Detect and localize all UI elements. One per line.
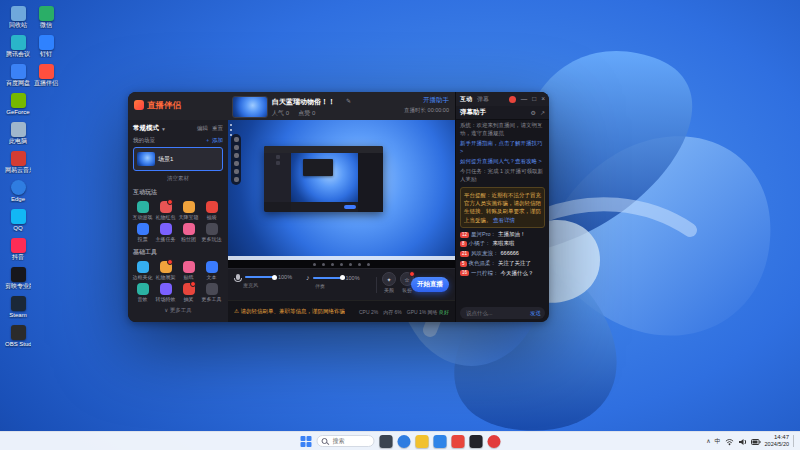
tool-icon [183,201,195,213]
guide-link[interactable]: 新手开播指南，点击了解开播技巧 > [460,140,545,156]
maximize-button[interactable]: □ [532,96,536,103]
add-scene-button[interactable]: ＋ 添加 [205,137,223,144]
chat-message-list[interactable]: 系统：欢迎来到直播间，请文明互动，遵守直播规范 新手开播指南，点击了解开播技巧 … [456,119,549,304]
tool-item[interactable]: 抽奖 [177,283,200,302]
scene-item[interactable]: 场景1 [133,147,223,171]
start-button[interactable] [300,435,312,447]
recursive-left-panel [264,153,291,202]
desktop-icon[interactable]: 此电脑 [5,122,31,145]
chat-username[interactable]: 风吹麦浪 [471,250,499,258]
tool-item[interactable]: 投票 [131,223,154,242]
chat-username[interactable]: 一只柠檬 [471,270,499,278]
chat-username[interactable]: 星河Pro [471,231,496,239]
activity-icon[interactable] [509,96,516,103]
desktop-icon[interactable]: 抖音 [5,238,31,261]
close-button[interactable]: × [541,96,545,103]
taskbar-app-jianying[interactable] [470,435,483,448]
chat-input-bar: 发送 [460,307,545,319]
battery-icon[interactable] [751,432,761,450]
desktop-icon[interactable]: 腾讯会议 [5,35,31,58]
tray-date: 2024/5/20 [765,441,789,447]
desktop-icon[interactable]: 回收站 [5,6,31,29]
desktop-icon[interactable]: Steam [5,296,31,319]
desktop-icon[interactable]: Edge [5,180,31,203]
tool-icon [137,223,149,235]
live-preview[interactable] [228,120,455,260]
tool-item[interactable]: 贴纸 [177,261,200,280]
show-desktop-button[interactable] [793,435,797,447]
desktop-icon[interactable]: OBS Studio [5,325,31,348]
chat-username[interactable]: 小橘子 [469,240,491,248]
chat-input[interactable] [464,309,527,317]
taskbar-app-store[interactable] [434,435,447,448]
send-button[interactable]: 发送 [530,310,541,317]
desktop-icon[interactable]: 微信 [33,6,59,29]
app-statusbar: ⚠ 请勿轻信刷单、兼职等信息，谨防网络诈骗 CPU 2% 内存 6% GPU 1… [228,300,455,322]
minimize-button[interactable]: — [521,96,528,103]
tool-item[interactable]: 主播任务 [154,223,177,242]
bgm-slider-knob[interactable] [340,275,345,280]
popout-icon[interactable]: ↗ [540,109,545,116]
source-game-icon[interactable] [234,153,239,158]
tool-item[interactable]: 文本 [200,261,223,280]
reset-link[interactable]: 重置 [212,125,223,132]
tool-item[interactable]: 礼物展架 [154,261,177,280]
room-cover-thumbnail[interactable] [232,96,268,118]
taskbar-app-taskview[interactable] [380,435,393,448]
desktop-icon[interactable]: 剪映专业版 [5,267,31,290]
tool-item[interactable]: 音效 [131,283,154,302]
tool-item[interactable]: 转场特效 [154,283,177,302]
desktop-icon[interactable]: GeForce [5,93,31,116]
desktop-icon[interactable]: 百度网盘 [5,64,31,87]
level-badge: 21 [460,251,469,257]
taskbar-app-live-companion[interactable] [452,435,465,448]
chat-username[interactable]: 夜色温柔 [469,260,497,268]
bgm-slider[interactable] [313,277,343,279]
taskbar-app-edge[interactable] [398,435,411,448]
edit-link[interactable]: 编辑 [197,125,208,132]
source-camera-icon[interactable] [234,137,239,142]
network-icon[interactable] [725,432,734,450]
tool-item[interactable]: 更多玩法 [200,223,223,242]
tool-item[interactable]: 粉丝团 [177,223,200,242]
clear-material-button[interactable]: 清空素材 [128,175,228,182]
tool-item[interactable]: 天降宝箱 [177,201,200,220]
clock[interactable]: 14:47 2024/5/20 [765,434,789,448]
tab-interact[interactable]: 互动 [460,95,472,104]
beauty-button[interactable]: ✦ 美颜 [380,272,398,293]
source-more-icon[interactable] [234,177,239,182]
taskbar-search[interactable] [317,435,375,447]
preview-scrubber[interactable] [228,260,455,268]
notice-detail-link[interactable]: 查看详情 [493,217,515,223]
broadcast-assistant-link[interactable]: 开播助手 [404,96,449,105]
mic-slider[interactable] [245,276,275,278]
expand-more-button[interactable]: ∨ 更多工具 [128,307,228,314]
desktop-icon[interactable]: QQ [5,209,31,232]
search-input[interactable] [331,437,370,445]
preview-source-toolbar[interactable] [231,134,241,185]
tool-item[interactable]: 礼物红包 [154,201,177,220]
mic-slider-knob[interactable] [272,275,277,280]
tool-item[interactable]: 边框美化 [131,261,154,280]
tips-link[interactable]: 如何提升直播间人气？查看攻略 > [460,158,545,166]
source-screen-icon[interactable] [234,145,239,150]
start-live-button[interactable]: 开始直播 [411,277,449,292]
volume-icon[interactable] [738,432,747,450]
mode-title[interactable]: 常规模式 [133,124,159,133]
desktop-icon[interactable]: 钉钉 [33,35,59,58]
tab-danmu[interactable]: 弹幕 [477,95,489,104]
tool-item[interactable]: 福袋 [200,201,223,220]
taskbar-app-netease[interactable] [488,435,501,448]
tool-item[interactable]: 更多工具 [200,283,223,302]
taskbar-app-explorer[interactable] [416,435,429,448]
desktop-icon[interactable]: 直播伴侣 [33,64,59,87]
source-image-icon[interactable] [234,169,239,174]
tray-chevron-icon[interactable]: ∧ [706,438,710,444]
desktop-icon[interactable]: 网易云音乐 [5,151,31,174]
tool-item[interactable]: 互动游戏 [131,201,154,220]
ime-indicator[interactable]: 中 [715,438,721,444]
settings-gear-icon[interactable]: ⚙ [531,109,536,116]
desktop-icon-label: 抖音 [5,254,31,261]
edit-title-icon[interactable]: ✎ [346,97,351,104]
source-text-icon[interactable] [234,161,239,166]
